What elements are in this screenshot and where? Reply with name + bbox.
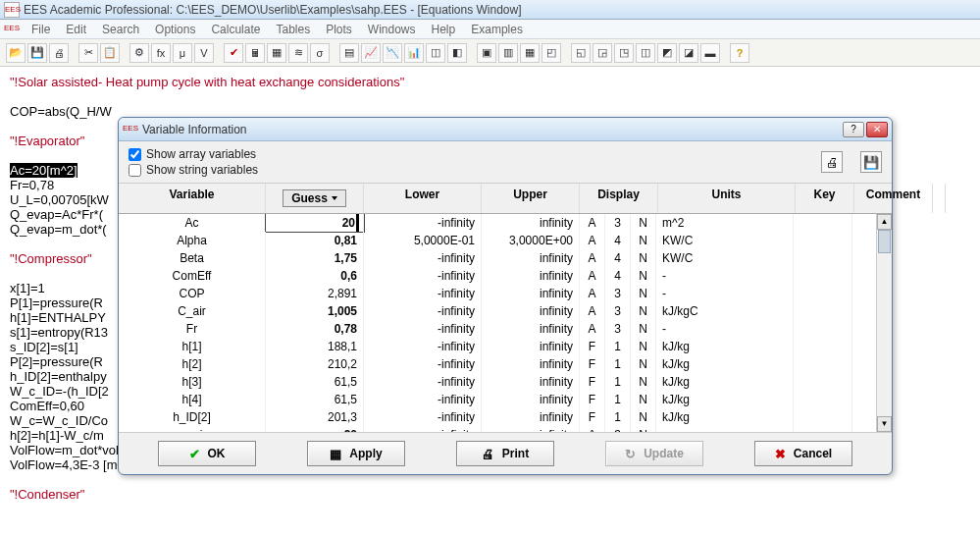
cell-display-mode[interactable]: N [631,391,656,408]
cell-units[interactable]: - [656,320,794,338]
units-icon[interactable]: μ [173,43,192,63]
cell-guess[interactable]: 210,2 [266,355,364,373]
cell-display-format[interactable]: F [580,408,605,426]
cell-lower[interactable]: -infinity [364,408,482,426]
cell-units[interactable]: KW/C [656,232,794,249]
scroll-up-icon[interactable]: ▲ [877,214,892,230]
cell-key[interactable] [794,391,852,408]
win9-icon[interactable]: ◩ [657,43,677,63]
cell-display-format[interactable]: A [580,320,605,338]
table-row[interactable]: h[4]61,5-infinityinfinityF1NkJ/kg [119,391,892,408]
check-icon[interactable]: ✔ [224,43,243,63]
cell-lower[interactable]: 5,0000E-01 [364,232,482,249]
cell-units[interactable] [656,426,794,433]
cell-units[interactable]: m^2 [656,214,794,232]
cell-lower[interactable]: -infinity [364,338,482,355]
cell-display-mode[interactable]: N [631,338,656,355]
cell-upper[interactable]: infinity [482,338,580,355]
cell-upper[interactable]: infinity [482,285,580,302]
win2-icon[interactable]: ▥ [498,43,518,63]
help-button[interactable]: ? [843,122,864,137]
table-row[interactable]: ComEff0,6-infinityinfinityA4N- [119,267,892,285]
win6-icon[interactable]: ◲ [593,43,612,63]
cell-guess[interactable]: 0,81 [266,232,364,249]
cell-units[interactable]: kJ/kg [656,338,794,355]
save-icon[interactable]: 💾 [860,151,882,173]
open-icon[interactable]: 📂 [6,43,26,63]
cell-guess[interactable]: 2,891 [266,285,364,302]
cell-lower[interactable]: -infinity [364,267,482,285]
vertical-scrollbar[interactable]: ▲ ▼ [876,214,892,432]
cell-display-mode[interactable]: N [631,426,656,433]
table-row[interactable]: m_air20-infinityinfinityA3N [119,426,892,433]
cell-lower[interactable]: -infinity [364,426,482,433]
cell-units[interactable]: kJ/kg [656,355,794,373]
save-icon[interactable]: 💾 [27,43,47,63]
cell-display-format[interactable]: A [580,285,605,302]
cell-units[interactable]: kJ/kg [656,408,794,426]
col-upper[interactable]: Upper [482,184,580,213]
menu-file[interactable]: File [24,23,58,36]
cell-key[interactable] [794,373,852,391]
cell-variable[interactable]: C_air [119,302,266,320]
cell-display-mode[interactable]: N [631,355,656,373]
cell-key[interactable] [794,426,852,433]
cell-variable[interactable]: Alpha [119,232,266,249]
new-plot-icon[interactable]: 📈 [361,43,381,63]
cell-key[interactable] [794,214,852,232]
plot5-icon[interactable]: ◧ [447,43,467,63]
col-variable[interactable]: Variable [119,184,266,213]
cancel-button[interactable]: ✖Cancel [754,441,852,466]
cell-guess[interactable]: 188,1 [266,338,364,355]
cell-display-format[interactable]: A [580,232,605,249]
cell-lower[interactable]: -infinity [364,373,482,391]
cell-display-digits[interactable]: 3 [605,426,631,433]
cell-variable[interactable]: h[4] [119,391,266,408]
cell-display-digits[interactable]: 1 [605,391,631,408]
cell-display-format[interactable]: F [580,373,605,391]
cell-display-format[interactable]: A [580,426,605,433]
win11-icon[interactable]: ▬ [700,43,720,63]
cell-variable[interactable]: Beta [119,249,266,267]
win1-icon[interactable]: ▣ [477,43,496,63]
cell-variable[interactable]: COP [119,285,266,302]
cell-units[interactable]: KW/C [656,249,794,267]
cell-display-format[interactable]: A [580,214,605,232]
cell-variable[interactable]: h_ID[2] [119,408,266,426]
cell-guess[interactable]: 1,005 [266,302,364,320]
cell-key[interactable] [794,232,852,249]
update-button[interactable]: ↻Update [605,441,703,466]
cell-upper[interactable]: infinity [482,302,580,320]
menu-options[interactable]: Options [147,23,203,36]
cell-variable[interactable]: ComEff [119,267,266,285]
scroll-down-icon[interactable]: ▼ [877,416,892,432]
cell-key[interactable] [794,249,852,267]
cell-display-mode[interactable]: N [631,232,656,249]
table-row[interactable]: Beta1,75-infinityinfinityA4NKW/C [119,249,892,267]
uncert-icon[interactable]: σ [310,43,330,63]
cell-lower[interactable]: -infinity [364,249,482,267]
menu-calculate[interactable]: Calculate [203,23,268,36]
cell-display-digits[interactable]: 1 [605,373,631,391]
cell-upper[interactable]: infinity [482,408,580,426]
cell-key[interactable] [794,302,852,320]
menu-search[interactable]: Search [94,23,147,36]
menu-help[interactable]: Help [424,23,464,36]
table-row[interactable]: Fr0,78-infinityinfinityA3N- [119,320,892,338]
menu-examples[interactable]: Examples [463,23,531,36]
cell-display-format[interactable]: F [580,391,605,408]
cell-display-format[interactable]: F [580,355,605,373]
cell-guess[interactable]: 61,5 [266,391,364,408]
cell-units[interactable]: kJ/kg [656,373,794,391]
options-icon[interactable]: ⚙ [129,43,149,63]
show-array-checkbox[interactable]: Show array variables [129,147,258,161]
col-display[interactable]: Display [580,184,658,213]
cell-key[interactable] [794,320,852,338]
cell-display-mode[interactable]: N [631,302,656,320]
table-row[interactable]: h[1]188,1-infinityinfinityF1NkJ/kg [119,338,892,355]
cell-display-format[interactable]: A [580,267,605,285]
cell-upper[interactable]: 3,0000E+00 [482,232,580,249]
menu-windows[interactable]: Windows [360,23,424,36]
varinfo-icon[interactable]: V [194,43,214,63]
plot3-icon[interactable]: 📊 [404,43,424,63]
